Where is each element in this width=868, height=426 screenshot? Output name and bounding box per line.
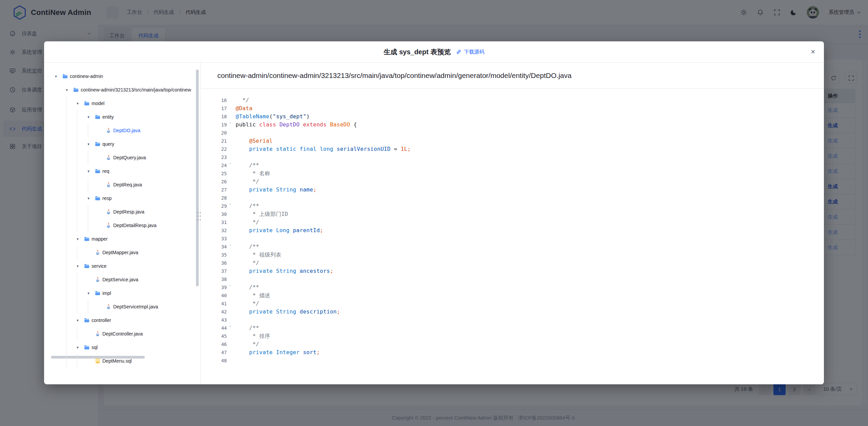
code-line: 23 xyxy=(201,153,824,161)
tree-node-label: DeptServiceImpl.java xyxy=(113,302,158,311)
code-text: private Integer sort; xyxy=(236,348,320,357)
code-line: 16 */ xyxy=(201,96,824,104)
line-number: 29 xyxy=(201,202,227,210)
close-icon[interactable]: × xyxy=(811,48,815,56)
tree-caret-icon[interactable]: ▾ xyxy=(86,288,91,298)
line-number: 41 xyxy=(201,300,227,308)
tree-node-label: req xyxy=(102,166,109,176)
code-text: * 上级部门ID xyxy=(236,210,288,218)
tree-node-deptdetailresp-java[interactable]: DeptDetailResp.java xyxy=(44,221,201,230)
code-text: */ xyxy=(236,96,249,104)
tree-node-deptquery-java[interactable]: DeptQuery.java xyxy=(44,153,201,162)
line-number: 47 xyxy=(201,348,227,357)
code-text: /** xyxy=(236,324,259,332)
line-number: 19 xyxy=(201,121,227,129)
code-line: 41 */ xyxy=(201,300,824,308)
line-number: 30 xyxy=(201,210,227,218)
line-number: 44 xyxy=(201,324,227,332)
fold-caret-icon[interactable]: ˇ xyxy=(229,163,232,168)
tree-caret-icon[interactable]: ▾ xyxy=(64,85,69,95)
code-text: @Serial xyxy=(236,137,273,145)
folder-icon xyxy=(95,168,100,174)
tree-node-service[interactable]: ▾service xyxy=(44,261,201,271)
tree-node-deptmenu-sql[interactable]: DeptMenu.sql xyxy=(44,356,201,366)
fold-caret-icon[interactable]: ˇ xyxy=(229,325,232,330)
tree-node-deptreq-java[interactable]: DeptReq.java xyxy=(44,180,201,189)
line-number: 34 xyxy=(201,243,227,251)
tree-node-entity[interactable]: ▾entity xyxy=(44,112,201,122)
panel-splitter-handle[interactable] xyxy=(197,211,201,221)
code-text: private String ancestors; xyxy=(236,267,333,275)
fold-caret-icon[interactable]: ˇ xyxy=(229,203,232,208)
modal-title: 生成 sys_dept 表预览 xyxy=(384,47,451,57)
tree-caret-icon[interactable]: ▾ xyxy=(54,72,58,81)
folder-icon xyxy=(84,236,90,242)
fold-caret-icon[interactable]: ˇ xyxy=(229,285,232,290)
code-text: /** xyxy=(236,161,259,169)
line-number: 25 xyxy=(201,169,227,178)
tree-node-continew-admin-3213213-src-main-java-top-continew[interactable]: ▾continew-admin/3213213/src/main/java/to… xyxy=(44,85,201,95)
java-icon xyxy=(95,250,100,255)
tree-node-req[interactable]: ▾req xyxy=(44,166,201,176)
tree-node-query[interactable]: ▾query xyxy=(44,139,201,149)
code-viewer[interactable]: 16 */17@Data18@TableName("sys_dept")19ˇp… xyxy=(201,89,824,384)
code-line: 30 * 上级部门ID xyxy=(201,210,824,218)
tree-caret-icon[interactable]: ▾ xyxy=(86,112,91,122)
code-text: /** xyxy=(236,243,259,251)
tree-caret-icon[interactable]: ▾ xyxy=(86,139,91,149)
line-number: 21 xyxy=(201,137,227,145)
folder-icon xyxy=(95,290,100,296)
code-line: 39ˇ /** xyxy=(201,283,824,291)
tree-caret-icon[interactable]: ▾ xyxy=(86,194,91,203)
code-text: private Long parentId; xyxy=(236,226,323,235)
tree-node-deptmapper-java[interactable]: DeptMapper.java xyxy=(44,248,201,257)
code-text: private String name; xyxy=(236,186,316,194)
tree-node-mapper[interactable]: ▾mapper xyxy=(44,234,201,244)
code-line: 48 xyxy=(201,357,824,365)
tree-node-label: controller xyxy=(92,316,111,325)
line-number: 35 xyxy=(201,251,227,259)
tree-node-label: continew-admin xyxy=(70,72,103,81)
line-number: 38 xyxy=(201,275,227,283)
tree-caret-icon[interactable]: ▾ xyxy=(86,166,91,176)
fold-caret-icon[interactable]: ˇ xyxy=(229,122,232,127)
tree-caret-icon[interactable]: ▾ xyxy=(75,234,80,244)
code-line: 18@TableName("sys_dept") xyxy=(201,113,824,121)
java-icon xyxy=(106,182,111,187)
download-source-link[interactable]: 下载源码 xyxy=(456,49,484,55)
fold-caret-icon[interactable]: ˇ xyxy=(229,244,232,249)
tree-caret-icon[interactable]: ▾ xyxy=(75,261,80,271)
tree-caret-icon[interactable]: ▾ xyxy=(75,343,80,352)
folder-icon xyxy=(73,87,79,93)
tree-node-deptdo-java[interactable]: DeptDO.java xyxy=(44,126,201,135)
tree-node-sql[interactable]: ▾sql xyxy=(44,343,201,352)
tree-node-controller[interactable]: ▾controller xyxy=(44,316,201,325)
code-line: 28 xyxy=(201,194,824,202)
code-line: 25 * 名称 xyxy=(201,169,824,178)
tree-node-deptserviceimpl-java[interactable]: DeptServiceImpl.java xyxy=(44,302,201,311)
tree-node-deptservice-java[interactable]: DeptService.java xyxy=(44,275,201,284)
tree-caret-icon[interactable]: ▾ xyxy=(75,99,80,108)
tree-node-impl[interactable]: ▾impl xyxy=(44,288,201,298)
tree-node-label: entity xyxy=(102,112,114,122)
java-icon xyxy=(106,223,111,228)
code-line: 17@Data xyxy=(201,104,824,113)
code-line: 32 private Long parentId; xyxy=(201,226,824,235)
tree-node-label: query xyxy=(102,139,114,149)
line-number: 33 xyxy=(201,235,227,243)
folder-icon xyxy=(95,196,100,201)
tree-node-continew-admin[interactable]: ▾continew-admin xyxy=(44,72,201,81)
tree-node-label: model xyxy=(92,99,104,108)
line-number: 16 xyxy=(201,96,227,104)
tree-node-deptcontroller-java[interactable]: DeptController.java xyxy=(44,329,201,339)
java-icon xyxy=(106,155,111,160)
modal-body: ▾continew-admin▾continew-admin/3213213/s… xyxy=(44,62,824,384)
line-number: 46 xyxy=(201,340,227,348)
code-text: * 名称 xyxy=(236,169,270,178)
tree-node-deptresp-java[interactable]: DeptResp.java xyxy=(44,207,201,217)
line-number: 23 xyxy=(201,153,227,161)
tree-caret-icon[interactable]: ▾ xyxy=(75,316,80,325)
tree-node-resp[interactable]: ▾resp xyxy=(44,194,201,203)
tree-node-model[interactable]: ▾model xyxy=(44,99,201,108)
code-line: 29ˇ /** xyxy=(201,202,824,210)
